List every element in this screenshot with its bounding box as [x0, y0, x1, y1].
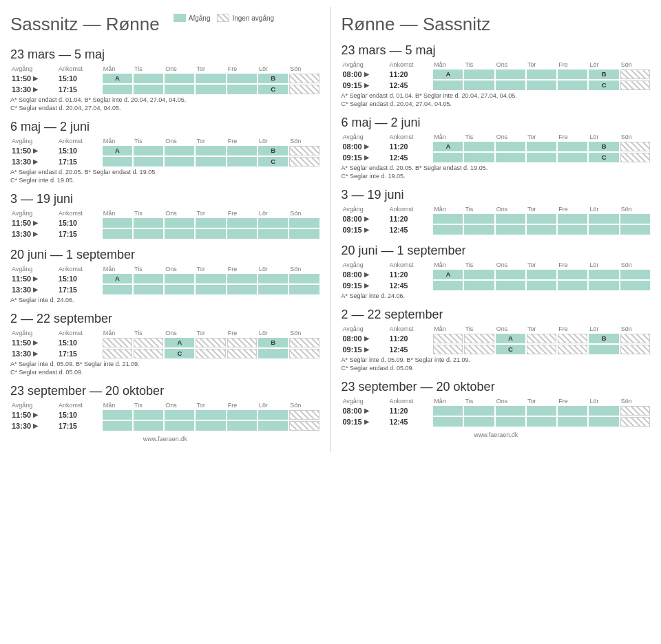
left-schedule-table-4: AvgångAnkomstMånTisOnsTorFreLörSön11:50▶… — [10, 329, 320, 359]
col-header-avgång: Avgång — [342, 397, 388, 405]
left-schedule-row-5-0: 11:50▶15:10 — [10, 409, 320, 420]
day-cell-6 — [620, 344, 651, 355]
legend-solid-box — [174, 14, 186, 22]
dep-time-value: 13:30 — [12, 230, 31, 238]
col-header-day-2: Ons — [164, 329, 195, 337]
dep-time-value: 09:15 — [343, 345, 362, 354]
page: Sassnitz — Rønne Afgång Ingen avgång 23 … — [0, 0, 661, 459]
col-header-ankomst: Ankomst — [388, 61, 433, 69]
day-cell-1 — [463, 213, 494, 224]
day-cell-0: A — [432, 141, 463, 152]
day-cell-0: A — [102, 145, 133, 156]
day-cell-1 — [463, 224, 494, 235]
left-schedule-row-0-0: 11:50▶15:10AB — [10, 73, 320, 84]
departure-time: 13:30▶ — [10, 284, 57, 295]
left-column: Sassnitz — Rønne Afgång Ingen avgång 23 … — [0, 7, 330, 452]
day-cell-6 — [288, 217, 319, 228]
arrival-time: 15:10 — [57, 217, 102, 228]
day-cell-0 — [432, 416, 463, 427]
departure-time: 09:15▶ — [342, 280, 388, 291]
col-header-avgång: Avgång — [342, 133, 388, 141]
col-header-day-0: Mån — [432, 133, 463, 141]
col-header-ankomst: Ankomst — [57, 265, 102, 273]
legend-item-hatched: Ingen avgång — [217, 14, 274, 22]
day-label: B — [258, 74, 288, 83]
arrival-time: 12:45 — [388, 152, 433, 163]
day-cell-6 — [620, 213, 651, 224]
col-header-day-4: Fre — [227, 401, 258, 409]
right-schedule-row-3-0: 08:00▶11:20A — [342, 269, 651, 280]
day-cell-1 — [463, 80, 494, 91]
col-header-day-1: Tis — [463, 325, 494, 333]
col-header-avgång: Avgång — [10, 137, 57, 145]
col-header-avgång: Avgång — [10, 329, 57, 337]
dep-time-value: 13:30 — [12, 85, 31, 94]
col-header-day-4: Fre — [227, 209, 258, 217]
day-cell-4 — [557, 344, 588, 355]
col-header-day-0: Mån — [102, 209, 133, 217]
left-schedule-row-3-0: 11:50▶15:10A — [10, 273, 320, 284]
day-cell-6 — [288, 73, 319, 84]
day-cell-3 — [526, 416, 557, 427]
col-header-day-6: Sön — [288, 265, 319, 273]
col-header-avgång: Avgång — [342, 261, 388, 269]
day-cell-2 — [164, 409, 195, 420]
day-cell-2 — [495, 213, 526, 224]
col-header-day-5: Lör — [258, 265, 288, 273]
day-cell-0 — [102, 284, 133, 295]
col-header-day-6: Sön — [620, 325, 651, 333]
right-section-title-5: 23 september — 20 oktober — [342, 380, 651, 394]
departure-time: 09:15▶ — [342, 224, 388, 235]
day-cell-5 — [258, 228, 288, 239]
day-cell-6 — [288, 273, 319, 284]
day-cell-0 — [432, 405, 463, 416]
day-cell-4 — [557, 280, 588, 291]
col-header-day-0: Mån — [102, 137, 133, 145]
right-note-3-0: A* Seglar inte d. 24.06. — [342, 292, 651, 299]
left-footer: www.faeraen.dk — [10, 433, 320, 445]
departure-time: 13:30▶ — [10, 420, 57, 431]
right-column: Rønne — Sassnitz 23 mars — 5 majAvgångAn… — [331, 7, 662, 452]
day-label: A — [433, 270, 463, 279]
col-header-day-5: Lör — [588, 205, 619, 213]
col-header-day-3: Tor — [526, 61, 557, 69]
arrow-icon: ▶ — [364, 407, 369, 414]
day-cell-2 — [164, 217, 195, 228]
day-cell-6 — [620, 69, 651, 80]
day-cell-2: C — [164, 348, 195, 359]
right-note-1-0: A* Seglar endast d. 20.05. B* Seglar end… — [342, 164, 651, 171]
dep-time-value: 11:50 — [12, 411, 31, 419]
left-sections: 23 mars — 5 majAvgångAnkomstMånTisOnsTor… — [10, 47, 320, 431]
departure-time: 08:00▶ — [342, 213, 388, 224]
day-label: A — [103, 274, 132, 283]
arrow-icon: ▶ — [364, 71, 369, 78]
day-cell-1 — [133, 284, 164, 295]
day-cell-1 — [133, 409, 164, 420]
right-section-title-2: 3 — 19 juni — [342, 188, 651, 202]
arrow-icon: ▶ — [33, 75, 38, 82]
day-cell-0 — [432, 152, 463, 163]
col-header-day-2: Ons — [164, 209, 195, 217]
left-schedule-row-1-1: 13:30▶17:15C — [10, 156, 320, 167]
departure-time: 13:30▶ — [10, 156, 57, 167]
day-cell-1 — [463, 280, 494, 291]
left-schedule-row-1-0: 11:50▶15:10AB — [10, 145, 320, 156]
departure-time: 13:30▶ — [10, 228, 57, 239]
day-cell-3 — [195, 217, 226, 228]
day-cell-2 — [164, 73, 195, 84]
col-header-day-1: Tis — [463, 205, 494, 213]
day-cell-0 — [432, 333, 463, 344]
right-schedule-row-5-0: 08:00▶11:20 — [342, 405, 651, 416]
col-header-day-4: Fre — [557, 397, 588, 405]
departure-time: 09:15▶ — [342, 416, 388, 427]
day-cell-6 — [620, 152, 651, 163]
col-header-day-0: Mån — [102, 329, 133, 337]
col-header-day-5: Lör — [258, 137, 288, 145]
day-cell-3 — [195, 409, 226, 420]
day-cell-6 — [288, 409, 319, 420]
day-cell-1 — [133, 156, 164, 167]
day-cell-4 — [227, 217, 258, 228]
col-header-day-3: Tor — [526, 397, 557, 405]
arrow-icon: ▶ — [33, 219, 38, 226]
day-cell-6 — [620, 416, 651, 427]
